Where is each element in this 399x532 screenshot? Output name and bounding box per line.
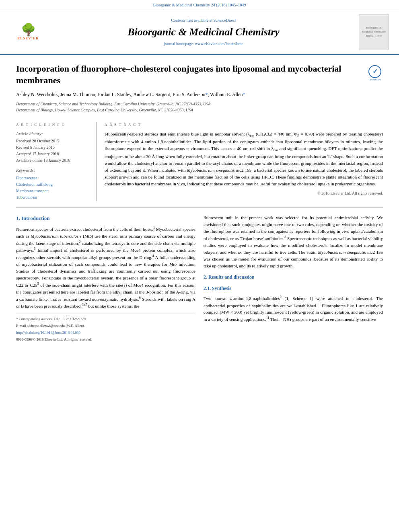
- affiliation-1: Department of Chemistry, Science and Tec…: [16, 101, 383, 107]
- synthesis-subsection: 2.1. Synthesis: [204, 286, 231, 291]
- author-allen: William E. Allen*: [210, 92, 245, 97]
- abstract-text: Fluorescently-labeled steroids that emit…: [105, 131, 383, 187]
- elsevier-text: ELSEVIER: [17, 36, 39, 41]
- keywords-label: Keywords:: [16, 167, 90, 173]
- abstract-label: A B S T R A C T: [105, 122, 383, 127]
- affiliations: Department of Chemistry, Science and Tec…: [16, 101, 383, 113]
- section-divider: [16, 207, 383, 208]
- article-title: Incorporation of fluorophore–cholesterol…: [16, 63, 363, 86]
- intro-continued-paragraph: fluorescent unit in the present work was…: [204, 214, 383, 269]
- contents-line: Contents lists available at ScienceDirec…: [52, 18, 355, 23]
- body-two-col: 1. Introduction Numerous species of bact…: [16, 214, 383, 344]
- footnote-star: * Corresponding authors. Tel.: +1 252 32…: [16, 316, 195, 322]
- article-info-abstract-section: A R T I C L E I N F O Article history: R…: [16, 118, 383, 201]
- journal-top-bar: Bioorganic & Medicinal Chemistry 24 (201…: [0, 0, 399, 10]
- results-heading: 2. Results and discussion: [204, 273, 383, 281]
- author-thuman: Jenna M. Thuman,: [60, 92, 98, 97]
- contents-text: Contents lists available at: [171, 18, 212, 23]
- synthesis-paragraph: Two known 4-amino-1,8-naphthalimides9 (1…: [204, 295, 383, 323]
- keyword-fluorescence: Fluorescence: [16, 175, 90, 181]
- elsevier-tree-icon: 🌳: [21, 24, 36, 36]
- body-left-column: 1. Introduction Numerous species of bact…: [16, 214, 195, 344]
- crossmark-text: CrossMark: [368, 78, 381, 82]
- accepted-date: Accepted 17 January 2016: [16, 151, 90, 157]
- article-info-label: A R T I C L E I N F O: [16, 122, 90, 127]
- journal-cover-image: Bioorganic &Medicinal ChemistryJournal C…: [359, 14, 389, 50]
- keyword-tuberculosis: Tuberculosis: [16, 195, 90, 200]
- journal-homepage: journal homepage: www.elsevier.com/locat…: [52, 41, 355, 47]
- doi-link[interactable]: http://dx.doi.org/10.1016/j.bmc.2016.01.…: [16, 331, 80, 335]
- footnote-section: * Corresponding authors. Tel.: +1 252 32…: [16, 314, 195, 343]
- journal-thumbnail: Bioorganic &Medicinal ChemistryJournal C…: [359, 14, 391, 50]
- keywords-section: Keywords: Fluorescence Cholesterol traff…: [16, 167, 90, 200]
- footnote-issn: 0968-0896/© 2016 Elsevier Ltd. All right…: [16, 337, 195, 343]
- intro-number: 1.: [16, 215, 20, 221]
- intro-heading: 1. Introduction: [16, 214, 195, 222]
- crossmark-icon: ✓: [368, 65, 381, 78]
- results-title: Results and discussion: [208, 274, 255, 280]
- footnote-doi[interactable]: http://dx.doi.org/10.1016/j.bmc.2016.01.…: [16, 330, 195, 336]
- author-sargent: Andrew L. Sargent,: [133, 92, 172, 97]
- journal-title: Bioorganic & Medicinal Chemistry: [52, 25, 355, 39]
- abstract-column: A B S T R A C T Fluorescently-labeled st…: [105, 122, 383, 201]
- results-number: 2.: [204, 274, 207, 280]
- journal-header: 🌳 ELSEVIER Contents lists available at S…: [0, 10, 399, 55]
- footnote-email: E-mail address: allenwi@ecu.edu (W.E. Al…: [16, 323, 195, 329]
- science-direct-link[interactable]: ScienceDirect: [213, 18, 236, 23]
- article-history-label: Article history:: [16, 131, 90, 137]
- keyword-membrane: Membrane transport: [16, 188, 90, 194]
- available-date: Available online 18 January 2016: [16, 158, 90, 163]
- crossmark-badge[interactable]: ✓ CrossMark: [367, 65, 383, 82]
- copyright-line: © 2016 Elsevier Ltd. All rights reserved…: [105, 191, 383, 196]
- revised-date: Revised 5 January 2016: [16, 145, 90, 150]
- synthesis-heading: 2.1. Synthesis: [204, 285, 383, 292]
- authors-line: Ashley N. Wercholuk, Jenna M. Thuman, Jo…: [16, 91, 383, 99]
- author-anderson: Eric S. Anderson*,: [173, 92, 210, 97]
- journal-citation: Bioorganic & Medicinal Chemistry 24 (201…: [153, 3, 246, 7]
- journal-header-center: Contents lists available at ScienceDirec…: [52, 18, 355, 47]
- article-title-section: Incorporation of fluorophore–cholesterol…: [16, 63, 383, 86]
- received-date: Received 28 October 2015: [16, 138, 90, 144]
- affiliation-2: Department of Biology, Howell Science Co…: [16, 107, 383, 113]
- elsevier-logo-area: 🌳 ELSEVIER: [8, 24, 48, 41]
- body-right-column: fluorescent unit in the present work was…: [204, 214, 383, 344]
- author-stanley: Jordan L. Stanley,: [98, 92, 134, 97]
- intro-paragraph-1: Numerous species of bacteria extract cho…: [16, 226, 195, 310]
- main-content: Incorporation of fluorophore–cholesterol…: [0, 55, 399, 352]
- keyword-cholesterol: Cholesterol trafficking: [16, 182, 90, 187]
- intro-title: Introduction: [21, 215, 50, 221]
- article-info-column: A R T I C L E I N F O Article history: R…: [16, 122, 97, 201]
- author-wercholuk: Ashley N. Wercholuk,: [16, 92, 60, 97]
